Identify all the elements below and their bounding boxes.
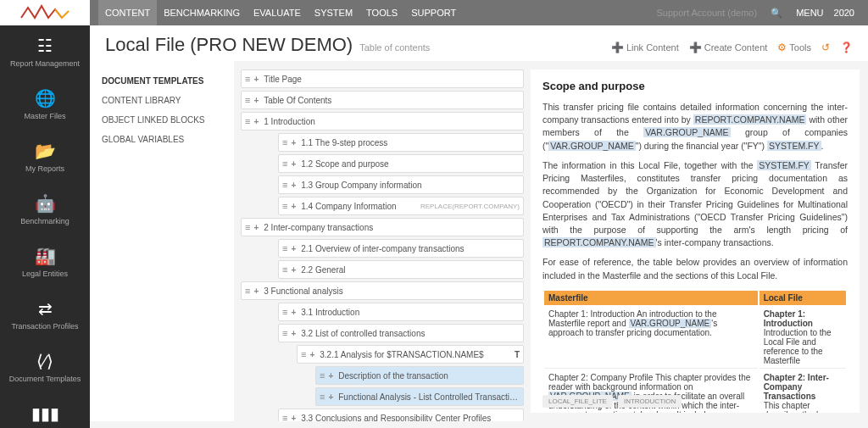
drag-handle-icon[interactable]: ≡ — [245, 116, 250, 126]
expand-icon[interactable]: + — [253, 223, 259, 232]
leftnav-doc-templates[interactable]: DOCUMENT TEMPLATES — [102, 71, 222, 91]
drag-handle-icon[interactable]: ≡ — [282, 413, 287, 421]
action-create-content[interactable]: ➕Create Content — [689, 42, 768, 53]
sidebar-item-benchmarking[interactable]: 🤖Benchmarking — [0, 183, 90, 236]
expand-icon[interactable]: + — [291, 414, 296, 422]
action-tools[interactable]: ⚙Tools — [777, 42, 811, 53]
action-help[interactable]: ❓ — [840, 42, 853, 53]
sidebar-item-last[interactable]: ▮▮▮ — [0, 393, 90, 428]
tree-row[interactable]: ≡+3 Functional analysis — [241, 281, 524, 300]
nav-tools[interactable]: TOOLS — [359, 0, 404, 25]
tree-row[interactable]: ≡+1.3 Group Company information — [278, 175, 524, 194]
sidebar-item-report-management[interactable]: ☷Report Management — [0, 25, 90, 78]
tree-row[interactable]: ≡+2 Inter-company transactions — [241, 218, 524, 236]
year-label[interactable]: 2020 — [829, 8, 860, 18]
th-masterfile: Masterfile — [544, 291, 758, 305]
detail-title: Scope and purpose — [542, 80, 848, 92]
drag-handle-icon[interactable]: ≡ — [245, 222, 250, 232]
drag-handle-icon[interactable]: ≡ — [282, 264, 287, 275]
robot-icon: 🤖 — [35, 193, 56, 214]
drag-handle-icon[interactable]: ≡ — [282, 201, 287, 211]
drag-handle-icon[interactable]: ≡ — [282, 243, 287, 253]
expand-icon[interactable]: + — [309, 350, 314, 359]
tree-row[interactable]: ≡+Description of the transaction — [315, 366, 524, 385]
sidebar-item-document-templates[interactable]: ⟨∕⟩Document Templates — [0, 341, 90, 393]
drag-handle-icon[interactable]: ≡ — [245, 95, 250, 105]
expand-icon[interactable]: + — [253, 96, 259, 105]
leftnav-content-library[interactable]: CONTENT LIBRARY — [102, 91, 222, 110]
tag[interactable]: INTRODUCTION — [618, 395, 682, 408]
expand-icon[interactable]: + — [291, 329, 296, 338]
expand-icon[interactable]: + — [253, 286, 259, 296]
bar-chart-icon: ▮▮▮ — [31, 403, 59, 424]
plus-icon: ➕ — [689, 42, 702, 53]
account-label: Support Account (demo) — [652, 8, 763, 18]
var-fy: SYSTEM.FY — [767, 141, 821, 151]
nav-content[interactable]: CONTENT — [98, 0, 157, 25]
nav-system[interactable]: SYSTEM — [308, 0, 359, 25]
drag-handle-icon[interactable]: ≡ — [282, 328, 287, 338]
expand-icon[interactable]: + — [291, 265, 296, 275]
nav-evaluate[interactable]: EVALUATE — [247, 0, 308, 25]
nav-support[interactable]: SUPPORT — [404, 0, 463, 25]
tree-label: 1 Introduction — [264, 117, 520, 126]
menu-link[interactable]: MENU — [791, 8, 828, 18]
tree-label: 3.2.1 Analysis for $TRANSACTION.NAME$ — [320, 350, 515, 359]
expand-icon[interactable]: + — [291, 202, 296, 211]
tree-row[interactable]: ≡+1.2 Scope and purpose — [278, 154, 524, 173]
expand-icon[interactable]: + — [291, 138, 296, 147]
drag-handle-icon[interactable]: ≡ — [320, 370, 325, 381]
folder-icon: 📂 — [35, 141, 56, 161]
drag-handle-icon[interactable]: ≡ — [301, 349, 306, 359]
sidebar-item-master-files[interactable]: 🌐Master Files — [0, 78, 90, 131]
action-history[interactable]: ↺ — [821, 42, 830, 53]
expand-icon[interactable]: + — [328, 371, 333, 381]
tree-row[interactable]: ≡+1.4 Company InformationREPLACE(REPORT.… — [278, 197, 524, 215]
tree-row[interactable]: ≡+3.2 List of controlled transactions — [278, 324, 524, 342]
expand-icon[interactable]: + — [291, 244, 296, 253]
tree-row[interactable]: ≡+1 Introduction — [241, 112, 524, 131]
tree-row[interactable]: ≡+Title Page — [241, 69, 524, 88]
logo — [0, 0, 90, 25]
drag-handle-icon[interactable]: ≡ — [282, 137, 287, 147]
tree-row[interactable]: ≡+2.1 Overview of inter-company transact… — [278, 239, 524, 258]
leftnav-object-linked-blocks[interactable]: OBJECT LINKED BLOCKS — [102, 110, 222, 130]
sidebar-item-transaction-profiles[interactable]: ⇄Transaction Profiles — [0, 288, 90, 341]
drag-handle-icon[interactable]: ≡ — [282, 180, 287, 190]
search-icon[interactable]: 🔍 — [765, 8, 787, 19]
expand-icon[interactable]: + — [253, 117, 259, 126]
help-icon: ❓ — [840, 42, 853, 53]
leftnav-global-variables[interactable]: GLOBAL VARIABLES — [102, 130, 222, 149]
tags: LOCAL_FILE_LITE INTRODUCTION — [542, 395, 682, 408]
main: Local File (PRO NEW DEMO) Table of conte… — [90, 25, 868, 428]
t-badge: T — [515, 350, 520, 359]
drag-handle-icon[interactable]: ≡ — [245, 286, 250, 296]
expand-icon[interactable]: + — [291, 181, 296, 190]
tree-row[interactable]: ≡+3.2.1 Analysis for $TRANSACTION.NAME$T — [297, 345, 524, 364]
tree-row[interactable]: ≡+3.1 Introduction — [278, 303, 524, 321]
tree-label: 2.1 Overview of inter-company transactio… — [301, 244, 520, 253]
tree-row[interactable]: ≡+1.1 The 9-step process — [278, 133, 524, 152]
sidebar-item-my-reports[interactable]: 📂My Reports — [0, 131, 90, 183]
tree-row[interactable]: ≡+Table Of Contents — [241, 91, 524, 109]
tree-label: 2 Inter-company transactions — [264, 223, 520, 232]
factory-icon: 🏭 — [35, 246, 56, 266]
tag[interactable]: LOCAL_FILE_LITE — [542, 395, 613, 408]
expand-icon[interactable]: + — [291, 308, 296, 317]
expand-icon[interactable]: + — [253, 75, 259, 84]
tree-row[interactable]: ≡+3.3 Conclusions and Responsibility Cen… — [278, 409, 524, 421]
tree-row[interactable]: ≡+Functional Analysis - List Controlled … — [315, 387, 524, 406]
tree-label: 3.3 Conclusions and Responsibility Cente… — [301, 414, 520, 422]
sidebar-item-legal-entities[interactable]: 🏭Legal Entities — [0, 236, 90, 288]
expand-icon[interactable]: + — [291, 159, 296, 169]
tree-row[interactable]: ≡+2.2 General — [278, 260, 524, 279]
drag-handle-icon[interactable]: ≡ — [320, 392, 325, 402]
nav-benchmarking[interactable]: BENCHMARKING — [157, 0, 247, 25]
topbar: CONTENT BENCHMARKING EVALUATE SYSTEM TOO… — [90, 0, 868, 25]
tree-label: Description of the transaction — [338, 371, 520, 381]
drag-handle-icon[interactable]: ≡ — [245, 74, 250, 84]
drag-handle-icon[interactable]: ≡ — [282, 307, 287, 317]
action-link-content[interactable]: ➕Link Content — [611, 42, 679, 53]
drag-handle-icon[interactable]: ≡ — [282, 158, 287, 169]
expand-icon[interactable]: + — [328, 392, 333, 402]
